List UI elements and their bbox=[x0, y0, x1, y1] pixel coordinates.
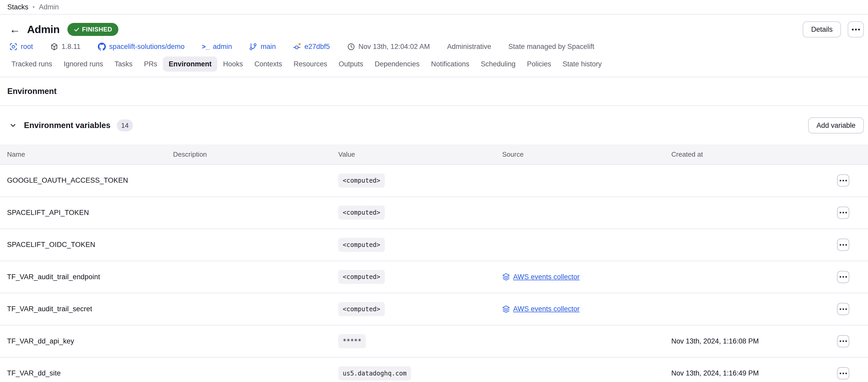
column-header-name: Name bbox=[7, 150, 173, 158]
meta-space: root bbox=[9, 43, 33, 51]
variable-name: SPACELIFT_OIDC_TOKEN bbox=[7, 241, 173, 249]
stack-meta: root 1.8.11 spacelift-solutions/demo >_ … bbox=[9, 43, 864, 51]
space-icon bbox=[9, 43, 18, 51]
cube-icon bbox=[50, 43, 58, 51]
breadcrumb-current: Admin bbox=[39, 3, 59, 11]
tab-prs[interactable]: PRs bbox=[138, 57, 163, 71]
tab-notifications[interactable]: Notifications bbox=[426, 57, 475, 71]
variable-created-at: Nov 13th, 2024, 1:16:08 PM bbox=[671, 337, 818, 345]
repo-link[interactable]: spacelift-solutions/demo bbox=[109, 43, 185, 51]
terminal-icon: >_ bbox=[202, 43, 210, 51]
row-menu-button[interactable] bbox=[837, 271, 849, 283]
row-menu-button[interactable] bbox=[837, 238, 849, 251]
tab-policies[interactable]: Policies bbox=[521, 57, 557, 71]
back-button[interactable]: ← bbox=[9, 24, 20, 35]
details-button[interactable]: Details bbox=[803, 21, 841, 37]
breadcrumb-separator: • bbox=[33, 3, 35, 11]
add-variable-button[interactable]: Add variable bbox=[808, 117, 864, 133]
source-context-link[interactable]: AWS events collector bbox=[513, 305, 580, 313]
variable-name: TF_VAR_audit_trail_endpoint bbox=[7, 273, 173, 281]
variable-value-chip: <computed> bbox=[338, 205, 385, 220]
tab-contexts[interactable]: Contexts bbox=[249, 57, 288, 71]
tab-environment[interactable]: Environment bbox=[163, 57, 217, 71]
variables-table: GOOGLE_OAUTH_ACCESS_TOKEN<computed>SPACE… bbox=[0, 165, 868, 382]
meta-project-root: >_ admin bbox=[202, 43, 232, 51]
space-link[interactable]: root bbox=[21, 43, 33, 51]
environment-variables-title: Environment variables bbox=[24, 121, 111, 130]
variable-name: TF_VAR_dd_api_key bbox=[7, 337, 173, 345]
row-menu-button[interactable] bbox=[837, 367, 849, 379]
row-menu-button[interactable] bbox=[837, 174, 849, 187]
ellipsis-icon bbox=[840, 212, 847, 213]
variable-value-chip: <computed> bbox=[338, 270, 385, 284]
variable-value-chip: ***** bbox=[338, 334, 366, 348]
ellipsis-icon bbox=[840, 308, 847, 310]
environment-variables-header: Environment variables 14 Add variable bbox=[0, 106, 868, 145]
variable-value-chip: us5.datadoghq.com bbox=[338, 367, 411, 380]
row-menu-button[interactable] bbox=[837, 335, 849, 347]
run-timestamp: Nov 13th, 12:04:02 AM bbox=[359, 43, 430, 51]
row-menu-button[interactable] bbox=[837, 206, 849, 219]
git-branch-icon bbox=[249, 43, 257, 51]
variable-name: SPACELIFT_API_TOKEN bbox=[7, 209, 173, 217]
row-menu-button[interactable] bbox=[837, 303, 849, 315]
column-header-description: Description bbox=[173, 150, 338, 158]
table-row: TF_VAR_audit_trail_secret<computed>AWS e… bbox=[0, 293, 868, 325]
tab-tracked-runs[interactable]: Tracked runs bbox=[6, 57, 58, 71]
check-icon bbox=[74, 27, 80, 33]
stack-header: ← Admin FINISHED Details root 1.8.11 bbox=[0, 14, 868, 77]
commit-icon bbox=[293, 43, 301, 51]
column-header-value: Value bbox=[338, 150, 502, 158]
ellipsis-icon bbox=[840, 340, 847, 342]
tab-scheduling[interactable]: Scheduling bbox=[475, 57, 521, 71]
tab-outputs[interactable]: Outputs bbox=[333, 57, 369, 71]
tab-dependencies[interactable]: Dependencies bbox=[369, 57, 426, 71]
variable-value-chip: <computed> bbox=[338, 302, 385, 316]
ellipsis-icon bbox=[852, 29, 860, 30]
table-header: Name Description Value Source Created at bbox=[0, 145, 868, 165]
variable-source: AWS events collector bbox=[502, 273, 671, 281]
column-header-created-at: Created at bbox=[671, 150, 818, 158]
layers-icon bbox=[502, 305, 510, 313]
ellipsis-icon bbox=[840, 180, 847, 181]
table-row: TF_VAR_audit_trail_endpoint<computed>AWS… bbox=[0, 261, 868, 293]
meta-repo: spacelift-solutions/demo bbox=[98, 43, 185, 51]
page-title: Admin bbox=[27, 24, 60, 36]
collapse-section-button[interactable] bbox=[8, 120, 18, 131]
breadcrumb-stacks[interactable]: Stacks bbox=[7, 3, 28, 11]
chevron-down-icon bbox=[9, 122, 17, 129]
branch-link[interactable]: main bbox=[260, 43, 276, 51]
source-context-link[interactable]: AWS events collector bbox=[513, 273, 580, 281]
stack-menu-button[interactable] bbox=[848, 21, 864, 37]
table-row: SPACELIFT_OIDC_TOKEN<computed> bbox=[0, 229, 868, 261]
table-row: GOOGLE_OAUTH_ACCESS_TOKEN<computed> bbox=[0, 165, 868, 197]
github-icon bbox=[98, 43, 106, 51]
meta-branch: main bbox=[249, 43, 276, 51]
variable-value-chip: <computed> bbox=[338, 238, 385, 252]
runner-version: 1.8.11 bbox=[62, 43, 81, 51]
stack-tabs: Tracked runsIgnored runsTasksPRsEnvironm… bbox=[6, 57, 864, 71]
tab-hooks[interactable]: Hooks bbox=[217, 57, 249, 71]
state-managed-label: State managed by Spacelift bbox=[508, 43, 594, 51]
tab-state-history[interactable]: State history bbox=[557, 57, 607, 71]
tab-tasks[interactable]: Tasks bbox=[109, 57, 138, 71]
variable-value-chip: <computed> bbox=[338, 173, 385, 188]
meta-timestamp: Nov 13th, 12:04:02 AM bbox=[347, 43, 430, 51]
ellipsis-icon bbox=[840, 244, 847, 246]
project-root-link[interactable]: admin bbox=[213, 43, 232, 51]
status-badge: FINISHED bbox=[67, 23, 118, 36]
ellipsis-icon bbox=[840, 373, 847, 374]
meta-version: 1.8.11 bbox=[50, 43, 81, 51]
commit-link[interactable]: e27dbf5 bbox=[304, 43, 330, 51]
table-row: TF_VAR_dd_api_key*****Nov 13th, 2024, 1:… bbox=[0, 325, 868, 358]
tab-ignored-runs[interactable]: Ignored runs bbox=[58, 57, 109, 71]
status-badge-label: FINISHED bbox=[82, 26, 112, 33]
variable-source: AWS events collector bbox=[502, 305, 671, 313]
column-header-source: Source bbox=[502, 150, 671, 158]
variables-count-badge: 14 bbox=[117, 120, 133, 131]
breadcrumb: Stacks • Admin bbox=[0, 0, 868, 14]
administrative-label: Administrative bbox=[447, 43, 491, 51]
meta-commit: e27dbf5 bbox=[293, 43, 330, 51]
tab-resources[interactable]: Resources bbox=[288, 57, 333, 71]
environment-section-title: Environment bbox=[0, 77, 868, 106]
